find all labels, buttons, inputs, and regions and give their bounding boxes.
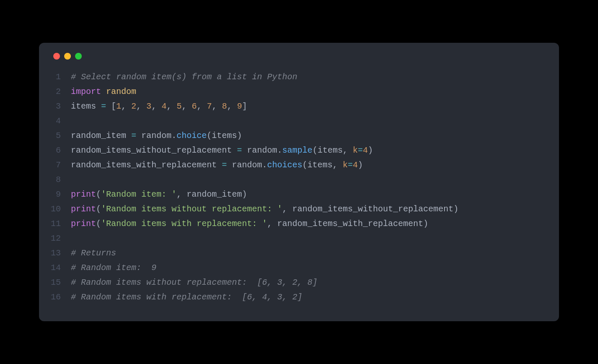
code-line[interactable]: 10print('Random items without replacemen… (51, 202, 547, 216)
token: = (358, 146, 363, 155)
line-number: 15 (51, 275, 71, 290)
code-line[interactable]: 13# Returns (51, 246, 547, 260)
token: # Random items with replacement: [6, 4, … (71, 292, 302, 302)
code-content[interactable]: print('Random items with replacement: ',… (71, 216, 547, 231)
code-line[interactable]: 15# Random items without replacement: [6… (51, 275, 547, 290)
token: random. (227, 160, 267, 170)
line-number: 16 (51, 290, 71, 304)
token: ) (368, 146, 373, 155)
code-line[interactable]: 1# Select random item(s) from a list in … (51, 70, 547, 84)
code-line[interactable]: 5random_item = random.choice(items) (51, 128, 547, 143)
line-number: 2 (51, 84, 71, 99)
code-content[interactable]: print('Random items without replacement:… (71, 202, 547, 216)
code-line[interactable]: 16# Random items with replacement: [6, 4… (51, 290, 547, 304)
line-number: 1 (51, 70, 71, 84)
code-content[interactable]: random_items_with_replacement = random.c… (71, 158, 547, 172)
token: random_items_without_replacement (71, 146, 237, 155)
code-line[interactable]: 9print('Random item: ', random_item) (51, 187, 547, 202)
token: = (101, 101, 106, 111)
code-content[interactable]: # Random items with replacement: [6, 4, … (71, 290, 547, 304)
close-icon[interactable] (53, 53, 60, 60)
code-window: 1# Select random item(s) from a list in … (39, 43, 559, 321)
code-content[interactable] (71, 231, 547, 246)
code-content[interactable]: random_item = random.choice(items) (71, 128, 547, 143)
token: , (121, 101, 131, 111)
code-content[interactable] (71, 172, 547, 187)
code-line[interactable]: 3items = [1, 2, 3, 4, 5, 6, 7, 8, 9] (51, 99, 547, 114)
token: # Random items without replacement: [6, … (71, 278, 317, 287)
code-content[interactable]: print('Random item: ', random_item) (71, 187, 547, 202)
line-number: 7 (51, 158, 71, 172)
token: random_item (71, 131, 131, 140)
maximize-icon[interactable] (75, 53, 82, 60)
line-number: 10 (51, 202, 71, 216)
token: 1 (116, 101, 121, 111)
code-line[interactable]: 7random_items_with_replacement = random.… (51, 158, 547, 172)
token: random_items_with_replacement (71, 160, 222, 170)
token: items (71, 101, 101, 111)
token: , random_item) (177, 190, 247, 199)
code-content[interactable]: # Random item: 9 (71, 260, 547, 275)
token: (items) (207, 131, 242, 140)
code-content[interactable] (71, 114, 547, 128)
code-line[interactable]: 4 (51, 114, 547, 128)
token: # Select random item(s) from a list in P… (71, 72, 297, 82)
code-line[interactable]: 14# Random item: 9 (51, 260, 547, 275)
token: = (348, 160, 353, 170)
token: 2 (131, 101, 136, 111)
code-editor[interactable]: 1# Select random item(s) from a list in … (51, 70, 547, 304)
token: random. (242, 146, 282, 155)
token: random (106, 87, 136, 96)
code-content[interactable]: # Select random item(s) from a list in P… (71, 70, 547, 84)
token: 9 (237, 101, 242, 111)
line-number: 13 (51, 246, 71, 260)
token: choice (177, 131, 207, 140)
token: 'Random item: ' (101, 190, 177, 199)
token: 3 (146, 101, 151, 111)
line-number: 8 (51, 172, 71, 187)
line-number: 9 (51, 187, 71, 202)
line-number: 4 (51, 114, 71, 128)
code-content[interactable]: items = [1, 2, 3, 4, 5, 6, 7, 8, 9] (71, 99, 547, 114)
token: (items, (302, 160, 343, 170)
code-line[interactable]: 12 (51, 231, 547, 246)
token: sample (282, 146, 312, 155)
token: import (71, 87, 101, 96)
token: ( (96, 190, 101, 199)
token: print (71, 219, 96, 229)
code-line[interactable]: 11print('Random items with replacement: … (51, 216, 547, 231)
token: 7 (207, 101, 212, 111)
token: = (222, 160, 227, 170)
token: # Returns (71, 248, 116, 258)
token: ] (242, 101, 247, 111)
code-line[interactable]: 2import random (51, 84, 547, 99)
token: 4 (363, 146, 368, 155)
token: , random_items_without_replacement) (282, 204, 458, 214)
token: , (166, 101, 177, 111)
token: 8 (222, 101, 227, 111)
token: , (151, 101, 161, 111)
token: , (182, 101, 192, 111)
token: [ (106, 101, 116, 111)
line-number: 3 (51, 99, 71, 114)
code-line[interactable]: 8 (51, 172, 547, 187)
minimize-icon[interactable] (64, 53, 71, 60)
token: k (353, 146, 358, 155)
token: 'Random items with replacement: ' (101, 219, 267, 229)
token: ( (96, 219, 101, 229)
code-line[interactable]: 6random_items_without_replacement = rand… (51, 143, 547, 158)
token: 5 (177, 101, 182, 111)
code-content[interactable]: # Returns (71, 246, 547, 260)
token: print (71, 204, 96, 214)
token: random. (136, 131, 177, 140)
line-number: 14 (51, 260, 71, 275)
token: (items, (312, 146, 353, 155)
code-content[interactable]: random_items_without_replacement = rando… (71, 143, 547, 158)
token: print (71, 190, 96, 199)
code-content[interactable]: # Random items without replacement: [6, … (71, 275, 547, 290)
token: , (197, 101, 207, 111)
code-content[interactable]: import random (71, 84, 547, 99)
token: , (136, 101, 146, 111)
token: 'Random items without replacement: ' (101, 204, 282, 214)
token: = (131, 131, 136, 140)
